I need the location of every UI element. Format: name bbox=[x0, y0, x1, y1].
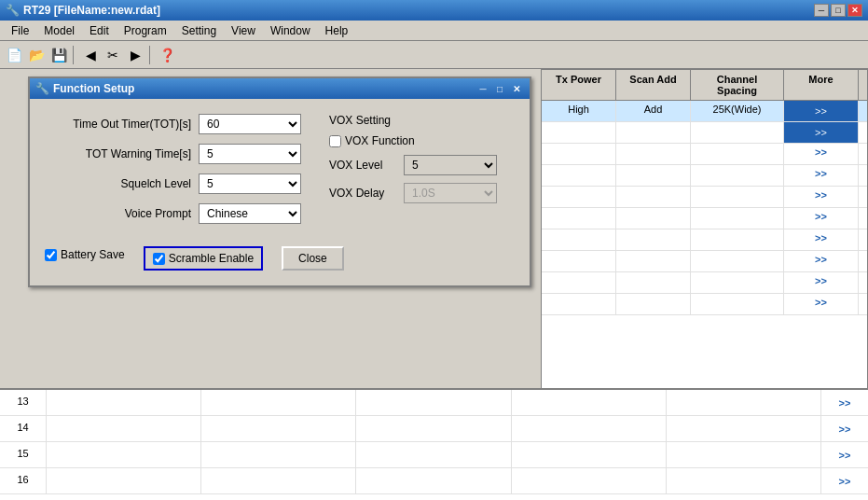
header-tx-power: Tx Power bbox=[542, 70, 616, 100]
vox-delay-select[interactable]: 1.0S0.5S1.5S bbox=[404, 183, 497, 203]
dialog-close-button[interactable]: ✕ bbox=[509, 82, 524, 95]
more-button-1[interactable]: >> bbox=[784, 101, 859, 121]
menu-view[interactable]: View bbox=[224, 22, 263, 39]
table-row: >> bbox=[542, 144, 867, 165]
tot-label: Time Out Timer(TOT)[s] bbox=[45, 118, 199, 131]
scramble-enable-checkbox[interactable] bbox=[153, 253, 165, 265]
more-button-4[interactable]: >> bbox=[784, 165, 859, 186]
battery-save-label: Battery Save bbox=[61, 248, 125, 261]
cell-scan-add: Add bbox=[616, 101, 691, 121]
dialog-content: Time Out Timer(TOT)[s] 603090120Off TOT … bbox=[30, 99, 530, 285]
close-dialog-button[interactable]: Close bbox=[282, 246, 344, 271]
table-row: >> bbox=[542, 294, 867, 315]
title-bar-left: 🔧 RT29 [FileName:new.rdat] bbox=[6, 4, 160, 17]
row-num-14: 14 bbox=[0, 416, 47, 441]
dialog-title-left: 🔧 Function Setup bbox=[35, 82, 134, 95]
dialog-maximize-button[interactable]: □ bbox=[492, 82, 507, 95]
new-button[interactable]: 📄 bbox=[4, 45, 24, 65]
menu-model[interactable]: Model bbox=[36, 22, 82, 39]
bottom-row-15: 15 >> bbox=[0, 442, 868, 468]
table-body: High Add 25K(Wide) >> >> >> >> >> bbox=[542, 101, 867, 315]
title-bar-controls: ─ □ ✕ bbox=[814, 4, 862, 17]
function-setup-dialog: 🔧 Function Setup ─ □ ✕ Time Out Timer(TO… bbox=[28, 76, 531, 287]
menu-help[interactable]: Help bbox=[318, 22, 356, 39]
menu-window[interactable]: Window bbox=[263, 22, 318, 39]
redo-button[interactable]: ▶ bbox=[125, 45, 145, 65]
toolbar: 📄 📂 💾 ◀ ✂ ▶ ❓ bbox=[0, 41, 868, 69]
vox-section: VOX Setting VOX Function VOX Level 5123 … bbox=[329, 114, 497, 233]
vox-function-row: VOX Function bbox=[329, 134, 497, 147]
help-toolbar-button[interactable]: ❓ bbox=[157, 45, 177, 65]
tot-warning-select[interactable]: 51234 bbox=[199, 144, 301, 164]
menu-bar: File Model Edit Program Setting View Win… bbox=[0, 21, 868, 41]
app-icon: 🔧 bbox=[6, 4, 20, 17]
dialog-title-bar: 🔧 Function Setup ─ □ ✕ bbox=[30, 78, 530, 99]
menu-edit[interactable]: Edit bbox=[82, 22, 117, 39]
table-row: >> bbox=[542, 208, 867, 229]
minimize-button[interactable]: ─ bbox=[814, 4, 829, 17]
more-button-16[interactable]: >> bbox=[821, 468, 868, 493]
more-button-2[interactable]: >> bbox=[784, 122, 859, 143]
battery-save-checkbox[interactable] bbox=[45, 249, 57, 261]
table-row: >> bbox=[542, 251, 867, 272]
vox-delay-row: VOX Delay 1.0S0.5S1.5S bbox=[329, 183, 497, 203]
table-header: Tx Power Scan Add ChannelSpacing More bbox=[542, 70, 867, 101]
cut-button[interactable]: ✂ bbox=[103, 45, 123, 65]
more-button-3[interactable]: >> bbox=[784, 144, 859, 164]
vox-title: VOX Setting bbox=[329, 114, 497, 127]
more-button-5[interactable]: >> bbox=[784, 187, 859, 207]
menu-file[interactable]: File bbox=[4, 22, 36, 39]
voice-prompt-row: Voice Prompt ChineseEnglishOff bbox=[45, 203, 301, 224]
dialog-columns: Time Out Timer(TOT)[s] 603090120Off TOT … bbox=[45, 114, 515, 233]
toolbar-separator-1 bbox=[73, 46, 76, 64]
vox-function-checkbox[interactable] bbox=[329, 135, 341, 147]
title-bar: 🔧 RT29 [FileName:new.rdat] ─ □ ✕ bbox=[0, 0, 868, 21]
squelch-select[interactable]: 512346 bbox=[199, 174, 301, 194]
header-channel-spacing: ChannelSpacing bbox=[691, 70, 784, 100]
open-button[interactable]: 📂 bbox=[26, 45, 47, 65]
vox-level-select[interactable]: 5123 bbox=[404, 155, 497, 175]
scramble-enable-label: Scramble Enable bbox=[169, 252, 254, 265]
bottom-row-14: 14 >> bbox=[0, 416, 868, 442]
table-row: >> bbox=[542, 272, 867, 294]
tot-select[interactable]: 603090120Off bbox=[199, 114, 301, 134]
more-button-14[interactable]: >> bbox=[821, 416, 868, 441]
undo-button[interactable]: ◀ bbox=[80, 45, 101, 65]
menu-program[interactable]: Program bbox=[117, 22, 174, 39]
header-scan-add: Scan Add bbox=[616, 70, 691, 100]
dialog-title-text: Function Setup bbox=[53, 82, 134, 95]
more-button-15[interactable]: >> bbox=[821, 442, 868, 467]
table-row: >> bbox=[542, 122, 867, 144]
row-num-15: 15 bbox=[0, 442, 47, 467]
maximize-button[interactable]: □ bbox=[831, 4, 846, 17]
bottom-row-16: 16 >> bbox=[0, 468, 868, 494]
more-button-10[interactable]: >> bbox=[784, 294, 859, 314]
row-num-13: 13 bbox=[0, 390, 47, 415]
more-button-13[interactable]: >> bbox=[821, 390, 868, 415]
more-button-8[interactable]: >> bbox=[784, 251, 859, 271]
dialog-minimize-button[interactable]: ─ bbox=[475, 82, 490, 95]
menu-setting[interactable]: Setting bbox=[174, 22, 224, 39]
dialog-bottom: Battery Save Scramble Enable Close bbox=[45, 246, 515, 271]
vox-level-label: VOX Level bbox=[329, 159, 404, 172]
more-button-6[interactable]: >> bbox=[784, 208, 859, 229]
vox-delay-label: VOX Delay bbox=[329, 187, 404, 200]
close-button[interactable]: ✕ bbox=[847, 4, 862, 17]
table-row: >> bbox=[542, 187, 867, 208]
bottom-table: 13 >> 14 >> 15 >> 16 bbox=[0, 388, 868, 500]
tot-row: Time Out Timer(TOT)[s] 603090120Off bbox=[45, 114, 301, 134]
vox-function-label: VOX Function bbox=[345, 134, 415, 147]
voice-prompt-select[interactable]: ChineseEnglishOff bbox=[199, 203, 301, 224]
form-fields: Time Out Timer(TOT)[s] 603090120Off TOT … bbox=[45, 114, 301, 233]
cell-tx-power: High bbox=[542, 101, 616, 121]
tot-warning-row: TOT Warning Time[s] 51234 bbox=[45, 144, 301, 164]
more-button-7[interactable]: >> bbox=[784, 229, 859, 250]
dialog-title-controls: ─ □ ✕ bbox=[475, 82, 524, 95]
more-button-9[interactable]: >> bbox=[784, 272, 859, 293]
voice-prompt-label: Voice Prompt bbox=[45, 207, 199, 220]
dialog-icon: 🔧 bbox=[35, 82, 49, 95]
squelch-row: Squelch Level 512346 bbox=[45, 174, 301, 194]
save-button[interactable]: 💾 bbox=[48, 45, 69, 65]
battery-save-row: Battery Save bbox=[45, 248, 125, 261]
vox-level-row: VOX Level 5123 bbox=[329, 155, 497, 175]
